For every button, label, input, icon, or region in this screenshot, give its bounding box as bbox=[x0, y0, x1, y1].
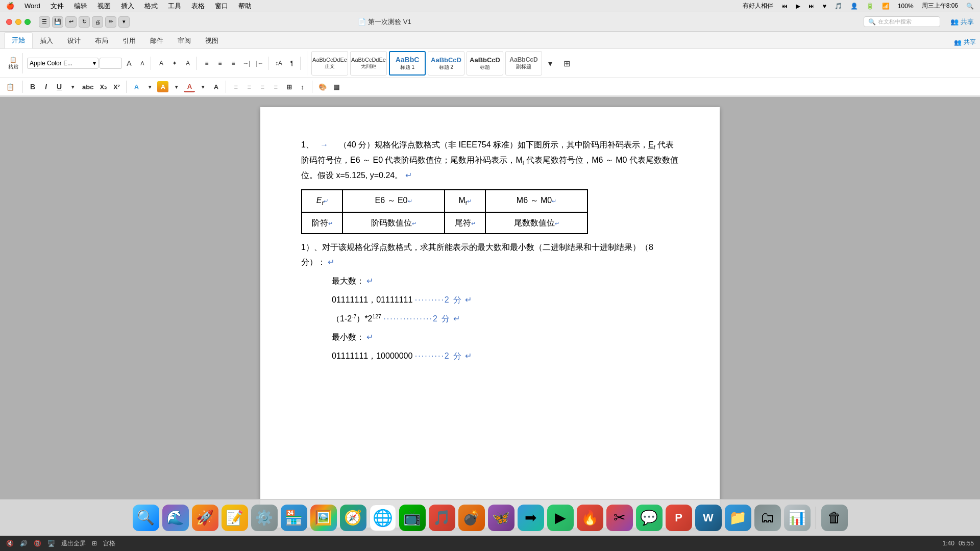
tab-review[interactable]: 审阅 bbox=[170, 33, 198, 48]
menu-edit[interactable]: 编辑 bbox=[72, 2, 89, 11]
menu-insert[interactable]: 插入 bbox=[119, 2, 136, 11]
sidebar-toggle[interactable]: ☰ bbox=[39, 16, 50, 28]
align-justify-btn[interactable]: ≡ bbox=[270, 81, 281, 92]
dock-iqiyi[interactable]: 📺 bbox=[399, 505, 426, 531]
grid-icon[interactable]: ⊞ bbox=[92, 540, 97, 547]
dock-trash[interactable]: 🗑 bbox=[821, 505, 848, 531]
screen-icon[interactable]: 🖥️ bbox=[47, 540, 55, 547]
dock-launchpad[interactable]: 🚀 bbox=[192, 505, 218, 531]
heart-icon[interactable]: ♥ bbox=[821, 3, 828, 10]
align-left-btn[interactable]: ≡ bbox=[230, 81, 241, 92]
superscript-btn[interactable]: X² bbox=[111, 81, 122, 92]
menu-format[interactable]: 格式 bbox=[142, 2, 160, 11]
close-button[interactable] bbox=[6, 19, 12, 25]
indent-increase-btn[interactable]: →| bbox=[240, 57, 253, 70]
style-heading1[interactable]: AaBbC 标题 1 bbox=[389, 51, 426, 76]
dock-chrome[interactable]: 🌐 bbox=[370, 505, 396, 531]
show-marks-btn[interactable]: ¶ bbox=[286, 57, 298, 70]
dock-finder[interactable]: 🔍 bbox=[133, 505, 159, 531]
more-btn[interactable]: ▾ bbox=[118, 16, 130, 28]
next-track[interactable]: ⏭ bbox=[806, 3, 817, 10]
dock-siri[interactable]: 🌊 bbox=[162, 505, 189, 531]
col-layout-btn[interactable]: ⊞ bbox=[283, 81, 295, 92]
menu-word[interactable]: Word bbox=[22, 2, 42, 10]
dock-wechat[interactable]: 💬 bbox=[636, 505, 663, 531]
dock-app7[interactable]: 🦋 bbox=[488, 505, 514, 531]
multilevel-list-btn[interactable]: ≡ bbox=[227, 57, 239, 70]
no-phone-icon[interactable]: 📵 bbox=[34, 540, 41, 547]
menu-table[interactable]: 表格 bbox=[189, 2, 207, 11]
dock-arrow-app[interactable]: ➡ bbox=[518, 505, 544, 531]
volume-icon[interactable]: 🔊 bbox=[20, 540, 28, 547]
menu-window[interactable]: 窗口 bbox=[213, 2, 230, 11]
save-btn[interactable]: 💾 bbox=[52, 16, 63, 28]
font-color-btn[interactable]: A bbox=[131, 81, 142, 92]
dock-app5[interactable]: 🎵 bbox=[429, 505, 455, 531]
bullet-list-btn[interactable]: ≡ bbox=[201, 57, 213, 70]
styles-expand-btn[interactable]: ▾ bbox=[544, 57, 556, 70]
border-btn[interactable]: ▦ bbox=[331, 81, 342, 92]
print-btn[interactable]: 🖨 bbox=[92, 16, 103, 28]
redo-btn[interactable]: ↻ bbox=[79, 16, 90, 28]
play-btn[interactable]: ▶ bbox=[794, 3, 802, 10]
search-icon[interactable]: 🔍 bbox=[964, 3, 976, 10]
dock-notes[interactable]: 📝 bbox=[222, 505, 248, 531]
dock-files1[interactable]: 📁 bbox=[725, 505, 751, 531]
paste-button[interactable]: 📋粘贴 bbox=[6, 53, 20, 73]
strikethrough-btn2[interactable]: abc bbox=[80, 81, 95, 92]
menu-help[interactable]: 帮助 bbox=[236, 2, 254, 11]
dock-photos[interactable]: 🖼️ bbox=[310, 505, 337, 531]
sort-btn[interactable]: ↕A bbox=[273, 57, 285, 70]
strikethrough-btn[interactable]: A bbox=[155, 57, 167, 70]
italic-btn[interactable]: I bbox=[40, 81, 52, 92]
edit-btn[interactable]: ✏ bbox=[105, 16, 116, 28]
dock-safari[interactable]: 🧭 bbox=[340, 505, 366, 531]
font-size-up[interactable]: A bbox=[136, 57, 149, 70]
dock-files3[interactable]: 📊 bbox=[784, 505, 811, 531]
text-color-btn[interactable]: A bbox=[184, 81, 195, 92]
tab-mailings[interactable]: 邮件 bbox=[143, 33, 170, 48]
document-area[interactable]: 1、 → （40 分）规格化浮点数格式（非 IEEE754 标准）如下图所示，其… bbox=[0, 97, 980, 538]
align-center-btn[interactable]: ≡ bbox=[243, 81, 255, 92]
dropdown-arrow-fc[interactable]: ▾ bbox=[144, 81, 155, 92]
tab-design[interactable]: 设计 bbox=[60, 33, 88, 48]
text-effect-btn[interactable]: ✦ bbox=[168, 57, 181, 70]
style-no-spacing[interactable]: AaBbCcDdEe 无间距 bbox=[350, 51, 387, 76]
style-normal[interactable]: AaBbCcDdEe 正文 bbox=[311, 51, 348, 76]
indent-decrease-btn[interactable]: |← bbox=[254, 57, 266, 70]
style-heading2[interactable]: AaBbCcD 标题 2 bbox=[428, 51, 464, 76]
highlight-btn[interactable]: A bbox=[157, 81, 168, 92]
prev-track[interactable]: ⏮ bbox=[779, 3, 790, 10]
tab-references[interactable]: 引用 bbox=[115, 33, 143, 48]
dock-app6[interactable]: 💣 bbox=[458, 505, 485, 531]
search-box[interactable]: 🔍 在文档中搜索 bbox=[864, 16, 940, 27]
tab-insert[interactable]: 插入 bbox=[33, 33, 60, 48]
numbered-list-btn[interactable]: ≡ bbox=[214, 57, 226, 70]
apple-menu[interactable]: 🍎 bbox=[4, 2, 16, 10]
clear-format-btn[interactable]: A bbox=[182, 57, 194, 70]
align-right-btn[interactable]: ≡ bbox=[257, 81, 268, 92]
dropdown-arrow-u[interactable]: ▾ bbox=[67, 81, 78, 92]
menu-tools[interactable]: 工具 bbox=[166, 2, 183, 11]
style-heading[interactable]: AaBbCcD 标题 bbox=[467, 51, 503, 76]
dock-word[interactable]: W bbox=[695, 505, 722, 531]
tab-layout[interactable]: 布局 bbox=[88, 33, 115, 48]
dock-app8[interactable]: ✂ bbox=[606, 505, 633, 531]
bold-btn[interactable]: B bbox=[27, 81, 38, 92]
exit-fullscreen[interactable]: 退出全屏 bbox=[61, 539, 86, 548]
font-size-down[interactable]: A bbox=[123, 57, 135, 70]
dock-music-app[interactable]: 🔥 bbox=[577, 505, 603, 531]
mute-icon[interactable]: 🔇 bbox=[6, 540, 14, 547]
dropdown-arrow-tc[interactable]: ▾ bbox=[197, 81, 208, 92]
menu-view[interactable]: 视图 bbox=[95, 2, 113, 11]
line-spacing-btn[interactable]: ↕ bbox=[297, 81, 308, 92]
subscript-btn[interactable]: X₂ bbox=[97, 81, 109, 92]
dropdown-arrow-hl[interactable]: ▾ bbox=[170, 81, 182, 92]
dock-appstore[interactable]: 🏪 bbox=[281, 505, 307, 531]
tab-view[interactable]: 视图 bbox=[198, 33, 226, 48]
underline-btn[interactable]: U bbox=[54, 81, 65, 92]
tab-home[interactable]: 开始 bbox=[4, 32, 33, 48]
minimize-button[interactable] bbox=[15, 19, 21, 25]
font-name-dropdown[interactable]: Apple Color E... ▾ bbox=[27, 58, 99, 69]
maximize-button[interactable] bbox=[24, 19, 31, 25]
